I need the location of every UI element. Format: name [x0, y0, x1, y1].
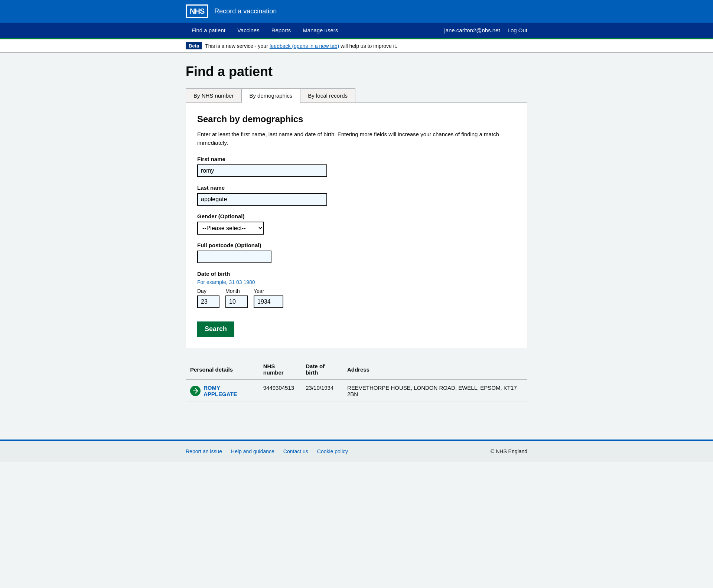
nhs-number-cell: 9449304513	[259, 380, 302, 402]
footer-copyright: © NHS England	[491, 448, 527, 454]
dob-year-group: Year	[254, 288, 283, 308]
search-button[interactable]: Search	[197, 321, 234, 337]
last-name-group: Last name	[197, 184, 516, 206]
results-table: Personal details NHS number Date of birt…	[186, 359, 527, 402]
results-table-body: ROMY APPLEGATE 9449304513 23/10/1934 REE…	[186, 380, 527, 402]
dob-cell: 23/10/1934	[301, 380, 343, 402]
dob-day-group: Day	[197, 288, 219, 308]
form-hint: Enter at least the first name, last name…	[197, 130, 516, 147]
dob-year-label: Year	[254, 288, 283, 294]
patient-name: ROMY APPLEGATE	[204, 385, 254, 397]
col-personal-details: Personal details	[186, 359, 259, 380]
site-footer: Report an issue Help and guidance Contac…	[0, 440, 713, 462]
footer-links: Report an issue Help and guidance Contac…	[186, 448, 348, 454]
content-divider	[186, 417, 527, 417]
first-name-input[interactable]	[197, 164, 327, 177]
search-tabs: By NHS number By demographics By local r…	[186, 88, 527, 103]
footer-help-guidance[interactable]: Help and guidance	[231, 448, 274, 454]
main-content: Find a patient By NHS number By demograp…	[178, 53, 535, 440]
arrow-circle-icon	[190, 386, 201, 396]
user-email[interactable]: jane.carlton2@nhs.net	[444, 23, 500, 38]
nav-find-patient[interactable]: Find a patient	[186, 23, 231, 38]
logout-link[interactable]: Log Out	[508, 23, 527, 38]
footer-contact-us[interactable]: Contact us	[283, 448, 308, 454]
beta-text: This is a new service - your feedback (o…	[205, 43, 397, 49]
first-name-label: First name	[197, 156, 516, 162]
postcode-label: Full postcode (Optional)	[197, 242, 516, 248]
beta-banner: Beta This is a new service - your feedba…	[0, 39, 713, 53]
last-name-label: Last name	[197, 184, 516, 191]
dob-day-label: Day	[197, 288, 219, 294]
gender-group: Gender (Optional) --Please select-- Male…	[197, 213, 516, 235]
last-name-input[interactable]	[197, 193, 327, 206]
form-title: Search by demographics	[197, 114, 516, 124]
nav-links: Find a patient Vaccines Reports Manage u…	[186, 23, 344, 38]
dob-month-label: Month	[225, 288, 248, 294]
dob-group: Date of birth For example, 31 03 1980 Da…	[197, 271, 516, 308]
results-header-row: Personal details NHS number Date of birt…	[186, 359, 527, 380]
nhs-logo: NHS	[186, 4, 208, 18]
gender-label: Gender (Optional)	[197, 213, 516, 219]
table-row: ROMY APPLEGATE 9449304513 23/10/1934 REE…	[186, 380, 527, 402]
col-dob: Date of birth	[301, 359, 343, 380]
dob-fields: Day Month Year	[197, 288, 516, 308]
footer-cookie-policy[interactable]: Cookie policy	[317, 448, 348, 454]
gender-select[interactable]: --Please select-- Male Female Other	[197, 222, 264, 235]
dob-month-group: Month	[225, 288, 248, 308]
first-name-group: First name	[197, 156, 516, 177]
address-cell: REEVETHORPE HOUSE, LONDON ROAD, EWELL, E…	[343, 380, 527, 402]
header-title: Record a vaccination	[214, 7, 277, 15]
tab-nhs-number[interactable]: By NHS number	[186, 88, 241, 103]
postcode-input[interactable]	[197, 251, 271, 263]
postcode-group: Full postcode (Optional)	[197, 242, 516, 263]
arrow-right-icon	[193, 388, 198, 393]
page-title: Find a patient	[186, 64, 527, 79]
dob-day-input[interactable]	[197, 295, 219, 308]
col-nhs-number: NHS number	[259, 359, 302, 380]
dob-hint: For example, 31 03 1980	[197, 279, 516, 285]
results-table-head: Personal details NHS number Date of birt…	[186, 359, 527, 380]
patient-link[interactable]: ROMY APPLEGATE	[190, 385, 254, 397]
tab-demographics[interactable]: By demographics	[241, 88, 300, 103]
footer-report-issue[interactable]: Report an issue	[186, 448, 222, 454]
search-form-card: Search by demographics Enter at least th…	[186, 102, 527, 348]
beta-badge: Beta	[186, 42, 202, 49]
nav-manage-users[interactable]: Manage users	[297, 23, 344, 38]
patient-name-cell: ROMY APPLEGATE	[186, 380, 259, 402]
dob-month-input[interactable]	[225, 295, 248, 308]
col-address: Address	[343, 359, 527, 380]
dob-year-input[interactable]	[254, 295, 283, 308]
main-nav: Find a patient Vaccines Reports Manage u…	[0, 23, 713, 39]
nav-user-section: jane.carlton2@nhs.net Log Out	[444, 23, 527, 38]
site-header: NHS Record a vaccination	[0, 0, 713, 23]
tab-local-records[interactable]: By local records	[300, 88, 355, 103]
dob-label: Date of birth	[197, 271, 516, 277]
nav-reports[interactable]: Reports	[266, 23, 297, 38]
nav-vaccines[interactable]: Vaccines	[231, 23, 266, 38]
feedback-link[interactable]: feedback (opens in a new tab)	[270, 43, 339, 49]
